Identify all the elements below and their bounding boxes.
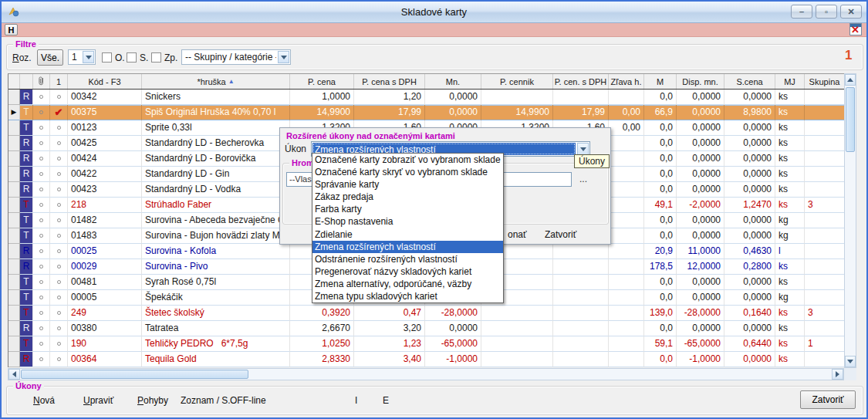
table-row[interactable]: R00364Tequila Gold2,83303,40-1,00000,0-1… <box>8 352 844 367</box>
dropdown-item[interactable]: Farba karty <box>312 203 503 215</box>
cell-name: Surovina - Pivo <box>142 259 290 275</box>
action-button-zoznam-s[interactable]: Zoznam / S. <box>181 395 231 406</box>
action-button-off-line[interactable]: OFF-line <box>230 395 266 406</box>
cell-s_cena: 0,0000 <box>724 213 775 228</box>
dropdown-item[interactable]: Označené karty zobraziť vo vybranom skla… <box>312 154 503 166</box>
chevron-down-icon[interactable] <box>577 143 589 155</box>
table-row[interactable]: R00342Snickers1,00001,200,00000,00,00000… <box>8 90 844 105</box>
checkbox-zp[interactable] <box>151 52 161 63</box>
cell-code: 01483 <box>68 228 142 244</box>
close-button[interactable]: ✕ <box>840 5 862 19</box>
cell-s_cena: 0,0000 <box>724 182 775 198</box>
mark-dot-icon <box>57 265 61 269</box>
action-button-nov[interactable]: Nová <box>33 395 55 406</box>
mark-dot-icon <box>57 218 61 222</box>
cell-mj: ks <box>775 136 805 151</box>
column-header-p_cena[interactable]: P. cena <box>290 74 354 89</box>
column-header-mj[interactable]: MJ <box>775 74 805 89</box>
cell-disp: 0,0000 <box>677 167 724 182</box>
h-button[interactable]: H <box>5 24 18 35</box>
cell-type: R <box>20 182 33 198</box>
column-header-one[interactable]: 1 <box>50 74 68 89</box>
column-header-zlava[interactable]: Zľava h. <box>609 74 644 89</box>
scroll-right-arrow-icon[interactable] <box>832 369 843 380</box>
dropdown-item[interactable]: Správanie karty <box>312 178 503 191</box>
chevron-down-icon[interactable] <box>83 51 94 63</box>
column-header-mn[interactable]: Mn. <box>425 74 481 89</box>
dropdown-item[interactable]: Zákaz predaja <box>312 191 503 203</box>
column-header-name[interactable]: *hruška▲ <box>142 74 290 89</box>
scroll-down-arrow-icon[interactable] <box>845 356 856 367</box>
column-header-p_cennik[interactable]: P. cennik <box>481 74 553 89</box>
cell-zlava <box>609 275 644 290</box>
cell-sel <box>8 167 20 182</box>
dropdown-item[interactable]: Zmena typu skladových kariet <box>312 290 503 302</box>
roz-label[interactable]: Roz. <box>12 52 32 63</box>
checkbox-o[interactable] <box>102 52 112 63</box>
cell-name: Standardný LD - Gin <box>142 167 290 182</box>
cell-m: 0,0 <box>644 213 677 228</box>
column-header-p_cen_dph[interactable]: P. cen. s DPH <box>553 74 609 89</box>
column-header-type[interactable] <box>20 74 33 89</box>
maximize-button[interactable]: ▫ <box>816 5 837 19</box>
cell-p_cen_dph: 17,99 <box>553 105 609 120</box>
cell-p_cen_dph <box>553 336 609 352</box>
table-row[interactable]: T249Štetec školský0,39200,47-28,0000139,… <box>8 306 844 321</box>
number-select[interactable]: 1 <box>68 49 96 65</box>
table-row[interactable]: R00380Tatratea2,66703,200,00000,00,00000… <box>8 321 844 336</box>
dropdown-item[interactable]: Zmena rozšírených vlastností <box>312 241 503 253</box>
vertical-scrollbar[interactable] <box>844 73 856 368</box>
column-header-attach[interactable] <box>33 74 50 89</box>
mark-dot-icon <box>57 95 61 99</box>
column-header-skupina[interactable]: Skupina <box>805 74 845 89</box>
action-button-pohyby[interactable]: Pohyby <box>137 395 168 406</box>
column-header-m[interactable]: M <box>644 74 677 89</box>
cell-sel <box>8 259 20 275</box>
action-button-i[interactable]: I <box>355 395 357 406</box>
horizontal-scroll-thumb[interactable] <box>21 370 248 379</box>
dialog-close-button[interactable]: Zatvoriť <box>545 229 576 240</box>
column-header-sel[interactable] <box>8 74 20 89</box>
column-header-code[interactable]: Kód - F3 <box>68 74 142 89</box>
dropdown-item[interactable]: Zdielanie <box>312 228 503 241</box>
execute-button[interactable]: onať <box>508 229 527 240</box>
toolbar-strip: H ✕ <box>2 23 866 37</box>
close-window-button[interactable]: Zatvoriť <box>800 390 856 409</box>
column-header-p_cena_dph[interactable]: P. cena s DPH <box>354 74 425 89</box>
scroll-up-arrow-icon[interactable] <box>845 74 856 86</box>
close-cards-icon[interactable]: ✕ <box>849 23 862 35</box>
scroll-left-arrow-icon[interactable] <box>8 369 20 380</box>
minimize-button[interactable]: – <box>791 5 812 19</box>
column-header-s_cena[interactable]: S.cena <box>724 74 775 89</box>
cell-mj: ks <box>775 321 805 336</box>
group-category-select[interactable]: -- Skupiny / kategórie -- <box>181 49 291 65</box>
dropdown-item[interactable]: Odstránenie rozšírených vlastností <box>312 253 503 265</box>
checkbox-s[interactable] <box>127 52 137 63</box>
maximize-icon: ▫ <box>825 7 828 16</box>
dropdown-item[interactable]: Pregenerovať názvy skladových kariet <box>312 265 503 278</box>
chevron-down-icon[interactable] <box>278 51 289 63</box>
cell-name: Syrah Rosé 0,75l <box>142 275 290 290</box>
attachment-dot-icon <box>39 234 43 238</box>
cell-s_cena: 0,0000 <box>724 120 775 136</box>
cell-mj: ks <box>775 306 805 321</box>
checkbox-s-label: S. <box>140 52 148 63</box>
horizontal-scrollbar[interactable] <box>8 368 844 380</box>
cell-one: ✔ <box>50 105 68 120</box>
browse-button[interactable]: ... <box>579 174 587 184</box>
vertical-scroll-thumb[interactable] <box>846 87 855 152</box>
cell-p_cen_dph <box>553 306 609 321</box>
cell-p_cena: 14,9900 <box>290 105 354 120</box>
column-header-disp[interactable]: Disp. mn. <box>677 74 724 89</box>
action-button-upravi[interactable]: Upraviť <box>83 395 113 406</box>
cell-attach <box>33 336 50 352</box>
table-row[interactable]: ▶T✔00375Spiš Originál Hruška 40% 0,70 l1… <box>8 105 844 120</box>
ukon-label: Úkon <box>285 144 306 154</box>
vse-button[interactable]: Vše. <box>37 49 63 66</box>
dropdown-item[interactable]: Zmena alternatívy, odporúčané, väzby <box>312 278 503 290</box>
dropdown-item[interactable]: Označené karty skryť vo vybranom sklade <box>312 166 503 178</box>
action-button-e[interactable]: E <box>383 395 389 406</box>
table-row[interactable]: T190Tehličky PEDRO 6*7,5g1,02501,23-65,0… <box>8 336 844 352</box>
dropdown-item[interactable]: E-Shop nastavenia <box>312 215 503 228</box>
mark-dot-icon <box>57 326 61 330</box>
